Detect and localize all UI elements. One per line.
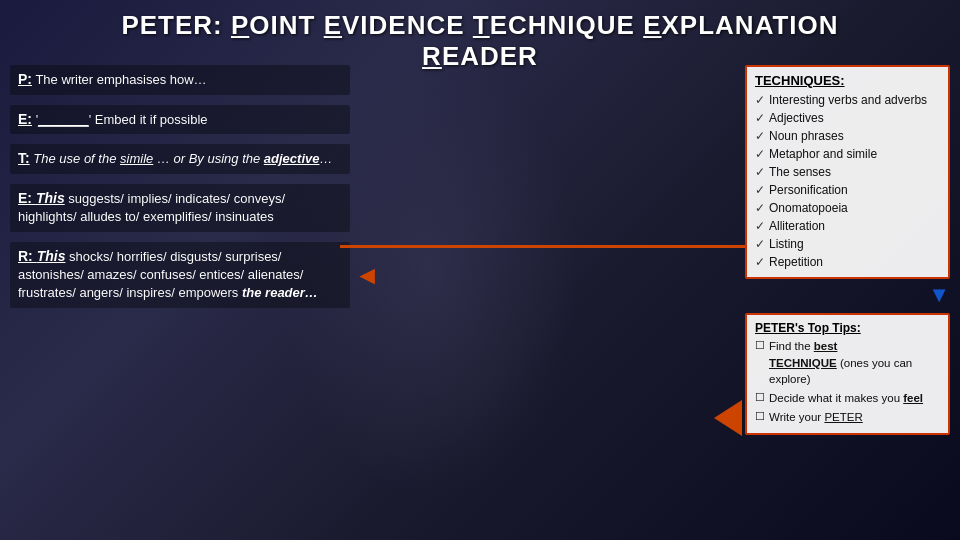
list-item: ✓Personification <box>755 181 940 199</box>
list-item: ☐ Decide what it makes you feel <box>755 390 940 407</box>
check-icon: ✓ <box>755 181 765 199</box>
p-label: P: <box>18 71 32 87</box>
tips-title: PETER's Top Tips: <box>755 321 940 335</box>
check-icon: ✓ <box>755 235 765 253</box>
check-icon: ✓ <box>755 127 765 145</box>
e2-section: E: This suggests/ implies/ indicates/ co… <box>10 184 350 232</box>
t-section: T: The use of the simile … or By using t… <box>10 144 350 174</box>
orange-triangle <box>714 400 742 436</box>
left-panel: P: The writer emphasises how… E: '______… <box>10 65 350 318</box>
check-icon: ✓ <box>755 199 765 217</box>
checkbox-icon: ☐ <box>755 338 765 354</box>
list-item: ✓Repetition <box>755 253 940 271</box>
techniques-title: TECHNIQUES: <box>755 73 940 88</box>
checkbox-icon: ☐ <box>755 390 765 406</box>
list-item: ✓Alliteration <box>755 217 940 235</box>
list-item: ✓Noun phrases <box>755 127 940 145</box>
blue-down-arrow-icon: ▼ <box>928 282 950 307</box>
list-item: ✓Interesting verbs and adverbs <box>755 91 940 109</box>
p-section: P: The writer emphasises how… <box>10 65 350 95</box>
blue-arrow-container: ▼ <box>745 282 950 308</box>
list-item: ✓Listing <box>755 235 940 253</box>
r-label: R: This <box>18 248 65 264</box>
t-label: T: <box>18 150 30 166</box>
horizontal-line <box>340 245 745 248</box>
check-icon: ✓ <box>755 217 765 235</box>
check-icon: ✓ <box>755 109 765 127</box>
list-item: ✓The senses <box>755 163 940 181</box>
r-section: R: This shocks/ horrifies/ disgusts/ sur… <box>10 242 350 308</box>
right-panel: TECHNIQUES: ✓Interesting verbs and adver… <box>745 65 950 435</box>
check-icon: ✓ <box>755 163 765 181</box>
list-item: ✓Adjectives <box>755 109 940 127</box>
title-line1: PETER: POINT EVIDENCE TECHNIQUE EXPLANAT… <box>0 10 960 41</box>
checkbox-icon: ☐ <box>755 409 765 425</box>
main-content: PETER: POINT EVIDENCE TECHNIQUE EXPLANAT… <box>0 0 960 540</box>
list-item: ☐ Write your PETER <box>755 409 940 426</box>
list-item: ☐ Find the bestTECHNIQUE (ones you can e… <box>755 338 940 388</box>
p-content: The writer emphasises how… <box>35 72 206 87</box>
techniques-box: TECHNIQUES: ✓Interesting verbs and adver… <box>745 65 950 279</box>
tips-list: ☐ Find the bestTECHNIQUE (ones you can e… <box>755 338 940 425</box>
e-section: E: '_______' Embed it if possible <box>10 105 350 135</box>
check-icon: ✓ <box>755 253 765 271</box>
e2-label: E: This <box>18 190 65 206</box>
t-content: The use of the simile … or By using the … <box>33 151 332 166</box>
techniques-list: ✓Interesting verbs and adverbs ✓Adjectiv… <box>755 91 940 271</box>
orange-arrow-icon: ◄ <box>354 256 380 292</box>
list-item: ✓Onomatopoeia <box>755 199 940 217</box>
list-item: ✓Metaphor and simile <box>755 145 940 163</box>
e-content: '_______' Embed it if possible <box>36 112 208 127</box>
check-icon: ✓ <box>755 91 765 109</box>
check-icon: ✓ <box>755 145 765 163</box>
tips-box: PETER's Top Tips: ☐ Find the bestTECHNIQ… <box>745 313 950 435</box>
e-label: E: <box>18 111 32 127</box>
